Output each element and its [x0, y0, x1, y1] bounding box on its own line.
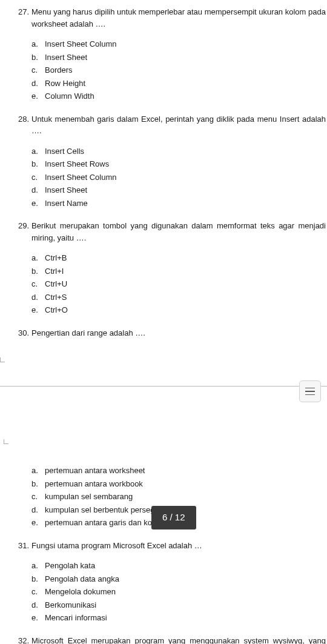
option-letter: a.: [31, 465, 45, 477]
hamburger-line-icon: [305, 394, 315, 396]
question-body: Berikut merupakan tombol yang digunakan …: [31, 220, 326, 244]
option-text: Ctrl+B: [45, 252, 327, 264]
option-text: Insert Sheet Rows: [45, 158, 327, 170]
option-item: e. Column Width: [31, 90, 327, 102]
option-item: a.Insert Cells: [31, 145, 327, 158]
option-text: Insert Sheet: [45, 51, 327, 64]
option-letter: e.: [31, 517, 45, 529]
option-item: a.pertemuan antara worksheet: [31, 465, 327, 477]
question-block: 28. Untuk menembah garis dalam Excel, pe…: [18, 113, 327, 210]
option-item: d.Ctrl+S: [31, 291, 327, 304]
question-body: Fungsi utama program Microsoft Excel ada…: [31, 540, 326, 552]
option-letter: e.: [31, 612, 45, 624]
option-item: b.pertemuan antara workbook: [31, 478, 327, 490]
question-number: 30.: [18, 327, 31, 339]
page-break-gap: [0, 386, 327, 459]
question-block: 27. Menu yang harus dipilih untuk memper…: [18, 6, 327, 102]
option-text: pertemuan antara workbook: [45, 478, 327, 490]
option-letter: a.: [31, 252, 45, 264]
crop-mark-icon: [4, 439, 8, 444]
option-item: d.Row Height: [31, 78, 327, 90]
option-item: c.Borders: [31, 64, 327, 76]
option-item: e.Mencari informasi: [31, 612, 327, 624]
options-list: a.Insert Cells b.Insert Sheet Rows c.Ins…: [18, 145, 327, 210]
question-text: 27. Menu yang harus dipilih untuk memper…: [18, 6, 327, 30]
question-number: 28.: [18, 113, 31, 137]
option-letter: d.: [31, 504, 45, 516]
option-text: Insert Name: [45, 198, 327, 210]
option-letter: e.: [31, 304, 45, 316]
option-text: Mengelola dokumen: [45, 586, 327, 598]
option-letter: e.: [31, 198, 45, 210]
option-letter: a.: [31, 38, 45, 50]
option-text: Pengolah kata: [45, 560, 327, 572]
option-item: a.Ctrl+B: [31, 252, 327, 264]
question-body: Pengertian dari range adalah ….: [31, 327, 326, 339]
option-letter: c.: [31, 278, 45, 290]
option-item: d.Insert Sheet: [31, 184, 327, 196]
option-letter: d.: [31, 78, 45, 90]
option-text: Borders: [45, 64, 327, 76]
option-item: b.Pengolah data angka: [31, 573, 327, 585]
option-letter: c.: [31, 586, 45, 598]
option-item: b.Ctrl+I: [31, 265, 327, 277]
option-item: c.kumpulan sel sembarang: [31, 491, 327, 503]
option-text: pertemuan antara worksheet: [45, 465, 327, 477]
option-text: Ctrl+O: [45, 304, 327, 316]
option-letter: d.: [31, 599, 45, 611]
hamburger-line-icon: [305, 388, 315, 389]
question-number: 27.: [18, 6, 31, 30]
option-letter: c.: [31, 64, 45, 76]
option-letter: d.: [31, 184, 45, 196]
question-body: Microsoft Excel merupakan program yang m…: [31, 635, 326, 645]
question-text: 30. Pengertian dari range adalah ….: [18, 327, 327, 339]
option-item: e.Ctrl+O: [31, 304, 327, 316]
option-item: a.Pengolah kata: [31, 560, 327, 572]
page-indicator: 6 / 12: [151, 506, 196, 529]
option-text: Mencari informasi: [45, 612, 327, 624]
option-text: Insert Sheet: [45, 184, 327, 196]
option-text: Row Height: [45, 78, 327, 90]
option-letter: b.: [31, 478, 45, 490]
option-text: Insert Cells: [45, 145, 327, 158]
option-item: c.Insert Sheet Column: [31, 171, 327, 184]
option-item: b.Insert Sheet Rows: [31, 158, 327, 170]
options-list: a.Ctrl+B b.Ctrl+I c.Ctrl+U d.Ctrl+S e.Ct…: [18, 252, 327, 316]
question-text: 32. Microsoft Excel merupakan program ya…: [18, 635, 327, 645]
question-text: 31. Fungsi utama program Microsoft Excel…: [18, 540, 327, 552]
menu-button[interactable]: [299, 380, 321, 402]
option-text: Insert Sheet Column: [45, 38, 327, 50]
hamburger-line-icon: [305, 391, 315, 392]
option-text: Ctrl+S: [45, 291, 327, 304]
option-letter: c.: [31, 491, 45, 503]
question-block: 32. Microsoft Excel merupakan program ya…: [18, 635, 327, 645]
option-letter: b.: [31, 573, 45, 585]
option-letter: b.: [31, 158, 45, 170]
question-block: 31. Fungsi utama program Microsoft Excel…: [18, 540, 327, 624]
crop-mark-icon: [0, 357, 5, 362]
option-letter: a.: [31, 560, 45, 572]
question-number: 32.: [18, 635, 31, 645]
option-text: Pengolah data angka: [45, 573, 327, 585]
question-text: 28. Untuk menembah garis dalam Excel, pe…: [18, 113, 327, 137]
option-item: c.Mengelola dokumen: [31, 586, 327, 598]
option-letter: e.: [31, 90, 45, 102]
option-text: Column Width: [45, 90, 327, 102]
options-list: a.Insert Sheet Column b.Insert Sheet c.B…: [18, 38, 327, 102]
option-letter: b.: [31, 265, 45, 277]
option-item: b.Insert Sheet: [31, 51, 327, 64]
option-letter: c.: [31, 171, 45, 184]
question-number: 31.: [18, 540, 31, 552]
option-letter: b.: [31, 51, 45, 64]
option-text: Ctrl+I: [45, 265, 327, 277]
option-item: e.Insert Name: [31, 198, 327, 210]
question-block: 29. Berikut merupakan tombol yang diguna…: [18, 220, 327, 316]
option-text: Ctrl+U: [45, 278, 327, 290]
option-item: d.Berkomunikasi: [31, 599, 327, 611]
option-text: kumpulan sel sembarang: [45, 491, 327, 503]
question-number: 29.: [18, 220, 31, 244]
question-text: 29. Berikut merupakan tombol yang diguna…: [18, 220, 327, 244]
option-item: c.Ctrl+U: [31, 278, 327, 290]
document-page-upper: 27. Menu yang harus dipilih untuk memper…: [0, 0, 327, 362]
question-block: 30. Pengertian dari range adalah ….: [18, 327, 327, 339]
